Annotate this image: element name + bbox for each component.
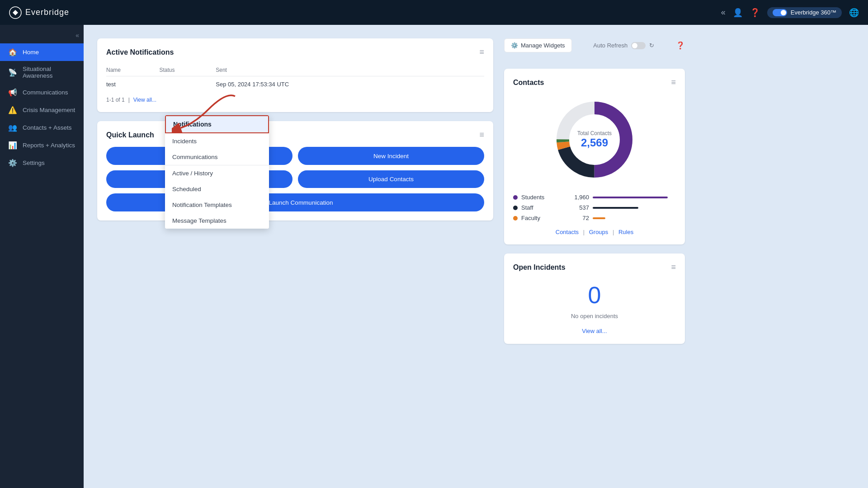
staff-bar [593, 207, 638, 209]
new-incident-button[interactable]: New Incident [298, 147, 484, 165]
dropdown-message-templates-item[interactable]: Message Templates [165, 213, 269, 229]
sidebar-item-reports-analytics[interactable]: 📊 Reports + Analytics [0, 136, 84, 154]
sidebar-item-settings-label: Settings [23, 160, 45, 166]
active-notifications-menu-icon[interactable]: ≡ [479, 47, 484, 57]
groups-link[interactable]: Groups [589, 229, 609, 235]
dropdown-scheduled-item[interactable]: Scheduled [165, 181, 269, 197]
quick-launch-menu-icon[interactable]: ≡ [479, 130, 484, 140]
quick-launch-card: Quick Launch ≡ New Notification ▾ New In… [97, 121, 493, 221]
faculty-dot [513, 216, 518, 221]
contacts-link[interactable]: Contacts [556, 229, 579, 235]
main-content: Active Notifications ≡ Name Status Sent … [84, 25, 868, 488]
open-incidents-title: Open Incidents [513, 263, 566, 272]
sidebar-item-reports-analytics-label: Reports + Analytics [23, 142, 75, 149]
pagination-text: 1-1 of 1 [106, 97, 125, 103]
sidebar-item-crisis-management[interactable]: ⚠️ Crisis Management [0, 101, 84, 119]
faculty-label: Faculty [521, 215, 563, 221]
students-dot [513, 195, 518, 200]
quick-launch-title: Quick Launch [106, 131, 154, 139]
sidebar-item-home[interactable]: 🏠 Home [0, 43, 84, 61]
donut-wrapper: Total Contacts 2,569 [549, 94, 640, 185]
incidents-view-all[interactable]: View all... [582, 328, 607, 334]
staff-dot [513, 206, 518, 210]
open-incidents-header: Open Incidents ≡ [513, 263, 676, 272]
crisis-management-icon: ⚠️ [8, 106, 17, 114]
right-column: ⚙️ Manage Widgets Auto Refresh ↻ ❓ Conta… [504, 38, 685, 344]
open-incidents-content: 0 No open incidents View all... [513, 281, 676, 335]
students-count: 1,960 [566, 194, 589, 201]
notifications-footer: 1-1 of 1 | View all... [106, 97, 484, 103]
quick-launch-header: Quick Launch ≡ [106, 130, 484, 140]
row-status [159, 76, 216, 93]
manage-widgets-button[interactable]: ⚙️ Manage Widgets [504, 38, 572, 52]
sidebar-item-home-label: Home [23, 49, 39, 56]
collapse-icon[interactable]: « [721, 8, 726, 17]
incidents-label: No open incidents [513, 313, 676, 319]
contacts-assets-icon: 👥 [8, 123, 17, 132]
staff-bar-container [593, 207, 676, 209]
students-bar [593, 197, 668, 198]
rules-link[interactable]: Rules [618, 229, 633, 235]
open-incidents-widget: Open Incidents ≡ 0 No open incidents Vie… [504, 253, 685, 344]
topbar-actions: « 👤 ❓ Everbridge 360™ 🌐 [721, 7, 859, 18]
dropdown-active-history-item[interactable]: Active / History [165, 165, 269, 181]
dropdown-notifications-item[interactable]: Notifications [165, 115, 269, 133]
dropdown-incidents-item[interactable]: Incidents [165, 133, 269, 149]
row-sent: Sep 05, 2024 17:53:34 UTC [216, 76, 484, 93]
faculty-bar-container [593, 217, 676, 219]
col-sent: Sent [216, 64, 484, 76]
students-bar-container [593, 197, 676, 198]
contacts-donut-container: Total Contacts 2,569 [513, 94, 676, 185]
globe-icon[interactable]: 🌐 [849, 8, 859, 18]
sidebar-item-contacts-assets[interactable]: 👥 Contacts + Assets [0, 119, 84, 136]
refresh-icon[interactable]: ↻ [649, 42, 654, 49]
active-notifications-card: Active Notifications ≡ Name Status Sent … [97, 38, 493, 112]
faculty-count: 72 [566, 215, 589, 221]
auto-refresh-toggle[interactable] [631, 42, 646, 49]
open-incidents-menu-icon[interactable]: ≡ [671, 263, 676, 272]
staff-count: 537 [566, 204, 589, 211]
gear-icon: ⚙️ [511, 42, 518, 49]
settings-icon: ⚙️ [8, 159, 17, 167]
incidents-count: 0 [513, 281, 676, 309]
user-icon[interactable]: 👤 [733, 8, 743, 18]
home-icon: 🏠 [8, 48, 17, 56]
launch-label: Launch Communication [269, 199, 333, 206]
contacts-links: Contacts | Groups | Rules [513, 229, 676, 235]
notifications-table: Name Status Sent test Sep 05, 2024 17:53… [106, 64, 484, 92]
upload-contacts-button[interactable]: Upload Contacts [298, 170, 484, 188]
dropdown-overlay: Notifications Incidents Communications A… [165, 115, 269, 229]
faculty-bar [593, 217, 605, 219]
sidebar-item-crisis-management-label: Crisis Management [23, 107, 75, 113]
everbridge-logo-icon [9, 6, 22, 19]
toggle-switch[interactable] [773, 9, 787, 16]
sidebar-item-situational-awareness[interactable]: 📡 Situational Awareness [0, 61, 84, 84]
communications-icon: 📢 [8, 88, 17, 97]
sidebar-item-communications-label: Communications [23, 89, 68, 96]
dropdown-communications-item[interactable]: Communications [165, 149, 269, 165]
widgets-header: ⚙️ Manage Widgets Auto Refresh ↻ ❓ [504, 38, 685, 52]
launch-communication-button[interactable]: 📡 Launch Communication [106, 193, 484, 211]
view-all-link[interactable]: View all... [133, 97, 156, 103]
sidebar-item-settings[interactable]: ⚙️ Settings [0, 154, 84, 172]
legend-row-faculty: Faculty 72 [513, 215, 676, 221]
help-circle-icon[interactable]: ❓ [676, 41, 685, 50]
sidebar: « 🏠 Home 📡 Situational Awareness 📢 Commu… [0, 25, 84, 488]
sidebar-item-communications[interactable]: 📢 Communications [0, 84, 84, 101]
col-status: Status [159, 64, 216, 76]
legend-row-students: Students 1,960 [513, 194, 676, 201]
pipe2: | [613, 229, 614, 235]
donut-chart [549, 94, 640, 185]
auto-refresh-label: Auto Refresh [593, 42, 627, 49]
help-icon[interactable]: ❓ [750, 8, 760, 18]
staff-label: Staff [521, 204, 563, 211]
sidebar-collapse-btn[interactable]: « [0, 29, 84, 41]
manage-widgets-label: Manage Widgets [521, 42, 565, 49]
contacts-header: Contacts ≡ [513, 78, 676, 87]
brand-toggle[interactable]: Everbridge 360™ [767, 7, 842, 18]
contacts-menu-icon[interactable]: ≡ [671, 78, 676, 87]
collapse-arrows: « [75, 32, 79, 39]
pipe1: | [583, 229, 585, 235]
dropdown-notification-templates-item[interactable]: Notification Templates [165, 197, 269, 213]
contacts-legend: Students 1,960 Staff 537 [513, 194, 676, 221]
